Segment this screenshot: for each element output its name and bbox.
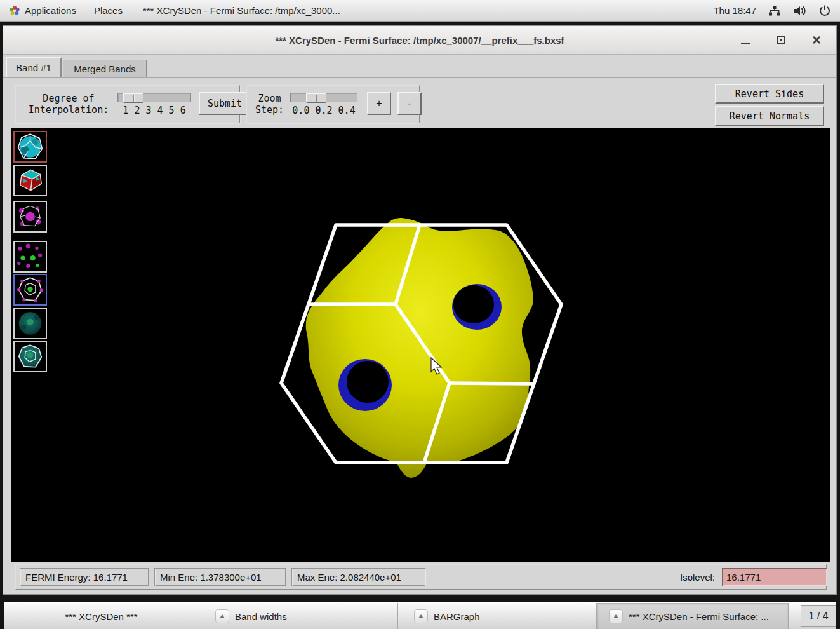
band-tabstrip: Band #1 Merged Bands <box>3 55 836 78</box>
fermi-energy-field: FERMI Energy: 16.1771 <box>20 568 149 586</box>
fermi-surface-canvas[interactable] <box>11 128 830 562</box>
window-titlebar[interactable]: *** XCrySDen - Fermi Surface: /tmp/xc_30… <box>3 26 836 55</box>
submit-button[interactable]: Submit <box>199 92 251 115</box>
revert-sides-button[interactable]: Revert Sides <box>715 84 824 104</box>
fermi-hole-upper-right <box>452 284 502 330</box>
places-menu[interactable]: Places <box>85 0 131 21</box>
zoom-group: Zoom Step: 0.0 0.2 0.4 + - <box>246 85 420 124</box>
interpolation-ticks: 1 2 3 4 5 6 <box>117 105 191 116</box>
xcrysden-fermi-window: *** XCrySDen - Fermi Surface: /tmp/xc_30… <box>3 25 837 595</box>
maximize-button[interactable] <box>773 32 789 48</box>
zoom-step-slider-thumb[interactable] <box>306 93 326 103</box>
min-ene-field: Min Ene: 1.378300e+01 <box>154 568 286 586</box>
panel-active-window-title[interactable]: *** XCrySDen - Fermi Surface: /tmp/xc_30… <box>131 5 352 16</box>
zoom-step-slider[interactable] <box>290 93 357 102</box>
revert-normals-button[interactable]: Revert Normals <box>715 106 824 126</box>
close-button[interactable]: × <box>808 32 825 48</box>
places-label: Places <box>94 5 123 16</box>
minimize-icon <box>741 43 750 44</box>
applications-menu[interactable]: Applications <box>0 0 85 21</box>
tab-merged-bands[interactable]: Merged Bands <box>63 60 147 77</box>
minimize-button[interactable] <box>737 32 754 48</box>
taskbar-item-band-widths[interactable]: Band widths <box>199 603 398 629</box>
taskbar-item-fermi-surface[interactable]: *** XCrySDen - Fermi Surface: ... <box>597 603 789 629</box>
window-icon <box>610 610 622 623</box>
volume-icon[interactable] <box>793 4 807 17</box>
interpolation-slider[interactable] <box>117 93 191 102</box>
tab-band-1[interactable]: Band #1 <box>6 57 62 77</box>
clock[interactable]: Thu 18:47 <box>713 5 756 16</box>
applications-menu-icon <box>9 5 20 17</box>
zoom-step-ticks: 0.0 0.2 0.4 <box>286 105 361 116</box>
workspace-pager[interactable]: 1 / 4 <box>801 605 836 627</box>
taskbar: *** XCrySDen *** Band widths BARGraph **… <box>4 602 836 629</box>
interpolation-label: Degree of Interpolation: <box>21 93 116 116</box>
interpolation-group: Degree of Interpolation: 1 2 3 4 5 6 Sub… <box>15 85 241 124</box>
isolevel-input[interactable] <box>722 568 827 586</box>
applications-label: Applications <box>25 5 76 16</box>
taskbar-item-xcrysden-main[interactable]: *** XCrySDen *** <box>4 603 199 629</box>
max-ene-field: Max Ene: 2.082440e+01 <box>291 568 426 586</box>
power-icon[interactable] <box>818 4 831 17</box>
zoom-out-button[interactable]: - <box>397 92 422 115</box>
desktop-top-panel: Applications Places *** XCrySDen - Fermi… <box>0 0 840 22</box>
isolevel-label: Isolevel: <box>680 568 715 586</box>
window-icon <box>415 610 427 623</box>
taskbar-item-bargraph[interactable]: BARGraph <box>398 603 597 629</box>
window-title: *** XCrySDen - Fermi Surface: /tmp/xc_30… <box>275 35 564 46</box>
close-icon: × <box>812 34 821 46</box>
window-icon <box>216 610 229 623</box>
status-bar: FERMI Energy: 16.1771 Min Ene: 1.378300e… <box>15 564 827 590</box>
fermi-surface-render <box>11 128 830 562</box>
network-icon[interactable] <box>768 4 782 17</box>
fermi-surface-blob <box>306 218 533 478</box>
zoom-in-button[interactable]: + <box>367 92 391 115</box>
maximize-icon <box>777 36 785 44</box>
fermi-hole-lower-left <box>338 359 392 411</box>
interpolation-slider-thumb[interactable] <box>123 93 143 103</box>
zoom-step-label: Zoom Step: <box>252 93 287 116</box>
